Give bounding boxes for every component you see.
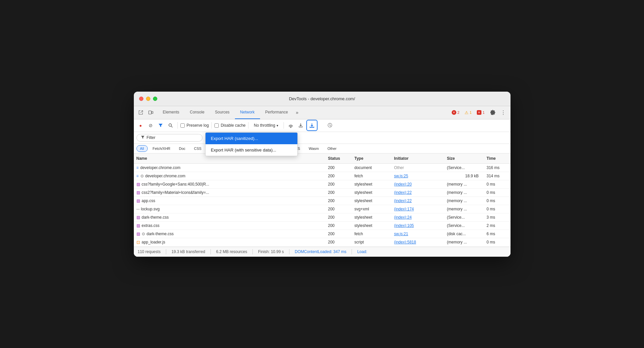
row-name-text: app_loader.js [142,240,165,244]
preserve-log-label: Preserve log [187,123,209,128]
initiator-link[interactable]: (index):22 [394,190,412,195]
row-name-text: css?family=Google+Sans:400,500|R... [142,182,209,187]
inspect-icon[interactable] [136,108,145,117]
row-name-text: lockup.svg [141,207,160,211]
row-name: ▨ ⊙ dark-theme.css [134,230,325,238]
toolbar-divider-1 [177,122,178,129]
row-name-text: developer.chrome.com [140,165,180,170]
table-row[interactable]: ≡ ⊙ developer.chrome.com 200 fetch sw.js… [134,172,511,180]
export-dropdown: Export HAR (sanitized)... Export HAR (wi… [205,132,298,156]
preserve-log-input[interactable] [180,123,185,128]
type-btn-css[interactable]: CSS [190,145,205,152]
svg-rect-1 [152,111,153,113]
export-sensitive-option[interactable]: Export HAR (with sensitive data)... [206,144,297,156]
type-btn-wasm[interactable]: Wasm [305,145,322,152]
throttle-select[interactable]: No throttling ▾ [251,122,281,129]
table-row[interactable]: ⊡ app_loader.js 200 script (index):5818 … [134,238,511,247]
initiator-link[interactable]: sw.js:21 [394,232,408,236]
row-initiator: sw.js:21 [392,230,444,238]
tab-sources[interactable]: Sources [210,106,235,119]
more-options-button[interactable]: ⋮ [499,108,508,117]
close-button[interactable] [139,97,143,101]
row-name: ▨ extras.css [134,222,325,230]
table-row[interactable]: ▨ css2?family=Material+Icons&family=... … [134,189,511,197]
warning-badge[interactable]: ⚠ 1 [463,109,474,116]
initiator-link[interactable]: (index):22 [394,198,412,203]
row-type: script [352,238,392,246]
row-time: 2 ms [484,222,511,230]
settings-button[interactable] [488,108,497,117]
css-icon: ▨ [136,232,140,236]
row-name: ▨ css?family=Google+Sans:400,500|R... [134,180,325,188]
table-row[interactable]: ▨ dark-theme.css 200 stylesheet (index):… [134,213,511,222]
export-sanitized-option[interactable]: Export HAR (sanitized)... [206,133,297,144]
tab-network[interactable]: Network [235,106,260,119]
type-btn-doc[interactable]: Doc [175,145,189,152]
row-initiator: (index):24 [392,213,444,221]
filter-button[interactable] [156,121,165,130]
table-row[interactable]: ▨ ⊙ dark-theme.css 200 fetch sw.js:21 (d… [134,230,511,238]
record-button[interactable]: ● [136,121,145,130]
col-size: Size [444,155,484,162]
tab-performance[interactable]: Performance [260,106,293,119]
preserve-log-checkbox[interactable]: Preserve log [180,123,209,128]
svg-point-2 [169,124,171,126]
initiator-link[interactable]: (index):174 [394,207,414,211]
tab-console[interactable]: Console [185,106,210,119]
row-name: ▨ app.css [134,197,325,205]
type-btn-other[interactable]: Other [324,145,340,152]
row-time: 6 ms [484,230,511,238]
initiator-link[interactable]: (index):20 [394,182,412,187]
filter-text: Filter [147,135,156,140]
maximize-button[interactable] [153,97,157,101]
error-badge[interactable]: ✕ 2 [450,109,461,115]
initiator-link[interactable]: sw.js:25 [394,174,408,178]
svg-point-4 [290,127,291,128]
status-divider [252,249,253,254]
type-btn-fetch[interactable]: Fetch/XHR [149,145,174,152]
type-filter-bar: All Fetch/XHR Doc CSS JS Font Img Media … [134,144,511,153]
clear-button[interactable]: ⊘ [146,121,155,130]
toolbar-divider-3 [248,122,248,129]
table-row[interactable]: ▨ app.css 200 stylesheet (index):22 (mem… [134,197,511,205]
initiator-link[interactable]: (index):105 [394,223,414,228]
row-name-text: developer.chrome.com [145,174,185,178]
more-tabs-button[interactable]: » [293,106,301,119]
export-har-button[interactable] [306,120,318,131]
load-time[interactable]: Load: [357,249,367,254]
dom-content-loaded[interactable]: DOMContentLoaded: 347 ms [295,249,346,254]
disable-cache-input[interactable] [214,123,219,128]
row-size: (Service... [444,164,484,172]
import-har-button[interactable] [296,121,305,130]
search-button[interactable] [166,121,175,130]
row-type: stylesheet [352,197,392,205]
filter-input-container[interactable]: Filter [136,134,203,142]
row-time: 314 ms [484,172,511,180]
network-settings-button[interactable] [325,121,335,130]
row-status: 200 [325,164,352,172]
network-conditions-button[interactable] [286,121,295,130]
device-icon[interactable] [146,108,155,117]
row-status: 200 [325,238,352,246]
css-icon: ▨ [136,182,140,187]
row-type: svg+xml [352,205,392,213]
info-badge[interactable]: ✕ 1 [475,109,486,115]
tab-elements[interactable]: Elements [158,106,185,119]
row-initiator: (index):105 [392,222,444,230]
table-row[interactable]: — lockup.svg 200 svg+xml (index):174 (me… [134,205,511,213]
type-btn-all[interactable]: All [136,145,148,152]
table-row[interactable]: ▨ css?family=Google+Sans:400,500|R... 20… [134,180,511,189]
initiator-link[interactable]: (index):5818 [394,240,416,244]
table-row[interactable]: ▨ extras.css 200 stylesheet (index):105 … [134,222,511,230]
row-prefix: ⊙ [140,174,144,178]
tab-right-icons: ✕ 2 ⚠ 1 ✕ 1 [450,108,508,117]
tab-icon-group [136,108,155,117]
error-icon: ✕ [452,110,456,115]
minimize-button[interactable] [146,97,150,101]
doc-icon: ≡ [136,165,139,170]
table-row[interactable]: ≡ developer.chrome.com 200 document Othe… [134,164,511,172]
initiator-link[interactable]: (index):24 [394,215,412,220]
row-status: 200 [325,213,352,221]
warning-count: 1 [470,110,472,114]
disable-cache-checkbox[interactable]: Disable cache [214,123,246,128]
